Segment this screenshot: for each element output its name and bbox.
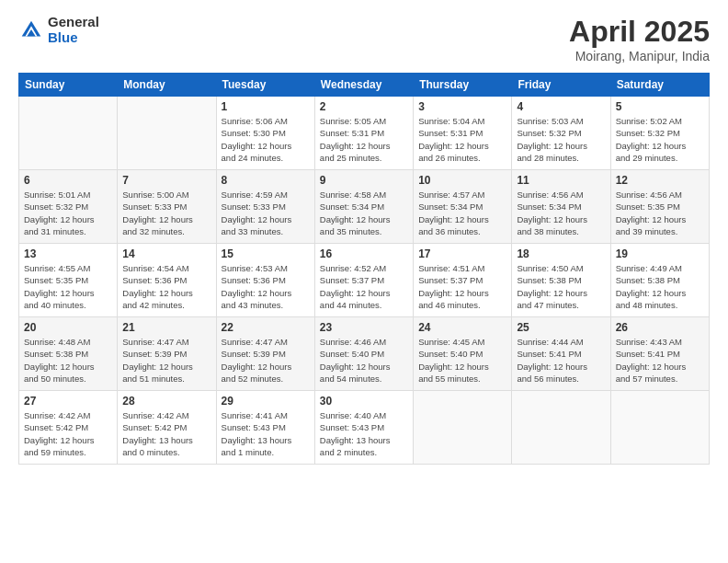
day-number: 19 [616,247,704,260]
calendar-cell: 15Sunrise: 4:53 AM Sunset: 5:36 PM Dayli… [216,244,314,317]
day-info: Sunrise: 4:42 AM Sunset: 5:42 PM Dayligh… [122,409,210,458]
day-info: Sunrise: 4:53 AM Sunset: 5:36 PM Dayligh… [222,262,310,311]
day-number: 15 [222,247,310,260]
title-block: April 2025 Moirang, Manipur, India [569,15,710,63]
day-info: Sunrise: 4:58 AM Sunset: 5:34 PM Dayligh… [320,189,408,237]
calendar-cell: 22Sunrise: 4:47 AM Sunset: 5:39 PM Dayli… [216,317,314,391]
day-number: 30 [320,395,408,408]
calendar-cell: 12Sunrise: 4:56 AM Sunset: 5:35 PM Dayli… [610,170,709,244]
day-number: 11 [517,174,605,187]
calendar-cell: 14Sunrise: 4:54 AM Sunset: 5:36 PM Dayli… [118,244,216,317]
calendar-cell: 11Sunrise: 4:56 AM Sunset: 5:34 PM Dayli… [512,170,610,244]
day-info: Sunrise: 4:44 AM Sunset: 5:41 PM Dayligh… [517,336,605,385]
day-number: 1 [222,100,310,113]
day-info: Sunrise: 4:59 AM Sunset: 5:33 PM Dayligh… [222,189,310,237]
month-title: April 2025 [569,15,710,49]
logo-icon [18,17,44,43]
day-number: 13 [24,247,112,260]
day-number: 6 [24,174,112,187]
calendar-cell: 4Sunrise: 5:03 AM Sunset: 5:32 PM Daylig… [512,97,610,170]
calendar-cell [19,97,118,170]
week-row-4: 20Sunrise: 4:48 AM Sunset: 5:38 PM Dayli… [19,317,710,391]
day-number: 27 [24,395,112,408]
day-number: 2 [320,100,408,113]
day-info: Sunrise: 4:40 AM Sunset: 5:43 PM Dayligh… [320,409,408,458]
week-row-2: 6Sunrise: 5:01 AM Sunset: 5:32 PM Daylig… [19,170,710,244]
day-number: 14 [122,247,210,260]
calendar-cell: 16Sunrise: 4:52 AM Sunset: 5:37 PM Dayli… [314,244,413,317]
page: General Blue April 2025 Moirang, Manipur… [0,0,728,563]
calendar-cell: 13Sunrise: 4:55 AM Sunset: 5:35 PM Dayli… [19,244,118,317]
day-number: 23 [320,321,408,334]
day-info: Sunrise: 5:01 AM Sunset: 5:32 PM Dayligh… [24,189,112,237]
day-number: 20 [24,321,112,334]
day-info: Sunrise: 4:56 AM Sunset: 5:35 PM Dayligh… [616,189,704,237]
calendar-cell: 18Sunrise: 4:50 AM Sunset: 5:38 PM Dayli… [512,244,610,317]
day-info: Sunrise: 4:45 AM Sunset: 5:40 PM Dayligh… [418,336,506,385]
calendar-cell: 8Sunrise: 4:59 AM Sunset: 5:33 PM Daylig… [216,170,314,244]
header: General Blue April 2025 Moirang, Manipur… [18,15,710,63]
calendar-cell [414,391,512,465]
calendar-cell [118,97,216,170]
calendar-cell: 7Sunrise: 5:00 AM Sunset: 5:33 PM Daylig… [118,170,216,244]
day-number: 26 [616,321,704,334]
calendar-cell: 23Sunrise: 4:46 AM Sunset: 5:40 PM Dayli… [314,317,413,391]
day-number: 5 [616,100,704,113]
calendar-cell: 24Sunrise: 4:45 AM Sunset: 5:40 PM Dayli… [414,317,512,391]
day-info: Sunrise: 4:46 AM Sunset: 5:40 PM Dayligh… [320,336,408,385]
day-info: Sunrise: 4:49 AM Sunset: 5:38 PM Dayligh… [616,262,704,311]
calendar-cell: 3Sunrise: 5:04 AM Sunset: 5:31 PM Daylig… [414,97,512,170]
day-info: Sunrise: 5:00 AM Sunset: 5:33 PM Dayligh… [122,189,210,237]
calendar: SundayMondayTuesdayWednesdayThursdayFrid… [18,73,710,465]
day-info: Sunrise: 4:47 AM Sunset: 5:39 PM Dayligh… [222,336,310,385]
day-header-tuesday: Tuesday [216,74,314,97]
day-info: Sunrise: 5:04 AM Sunset: 5:31 PM Dayligh… [418,115,506,164]
calendar-cell: 20Sunrise: 4:48 AM Sunset: 5:38 PM Dayli… [19,317,118,391]
day-info: Sunrise: 4:52 AM Sunset: 5:37 PM Dayligh… [320,262,408,311]
calendar-cell: 30Sunrise: 4:40 AM Sunset: 5:43 PM Dayli… [314,391,413,465]
day-number: 16 [320,247,408,260]
day-number: 18 [517,247,605,260]
calendar-cell: 21Sunrise: 4:47 AM Sunset: 5:39 PM Dayli… [118,317,216,391]
day-number: 10 [418,174,506,187]
calendar-cell: 6Sunrise: 5:01 AM Sunset: 5:32 PM Daylig… [19,170,118,244]
day-number: 7 [122,174,210,187]
calendar-cell: 10Sunrise: 4:57 AM Sunset: 5:34 PM Dayli… [414,170,512,244]
calendar-cell: 19Sunrise: 4:49 AM Sunset: 5:38 PM Dayli… [610,244,709,317]
calendar-cell: 2Sunrise: 5:05 AM Sunset: 5:31 PM Daylig… [314,97,413,170]
logo-general-text: General [48,15,99,30]
calendar-cell: 26Sunrise: 4:43 AM Sunset: 5:41 PM Dayli… [610,317,709,391]
day-number: 9 [320,174,408,187]
day-header-wednesday: Wednesday [314,74,413,97]
day-number: 4 [517,100,605,113]
day-info: Sunrise: 4:55 AM Sunset: 5:35 PM Dayligh… [24,262,112,311]
day-info: Sunrise: 4:51 AM Sunset: 5:37 PM Dayligh… [418,262,506,311]
day-header-sunday: Sunday [19,74,118,97]
calendar-cell: 9Sunrise: 4:58 AM Sunset: 5:34 PM Daylig… [314,170,413,244]
day-number: 21 [122,321,210,334]
day-info: Sunrise: 4:54 AM Sunset: 5:36 PM Dayligh… [122,262,210,311]
day-header-friday: Friday [512,74,610,97]
day-number: 25 [517,321,605,334]
header-row: SundayMondayTuesdayWednesdayThursdayFrid… [19,74,710,97]
day-info: Sunrise: 4:41 AM Sunset: 5:43 PM Dayligh… [222,409,310,458]
day-info: Sunrise: 4:48 AM Sunset: 5:38 PM Dayligh… [24,336,112,385]
day-number: 22 [222,321,310,334]
day-number: 3 [418,100,506,113]
day-number: 29 [222,395,310,408]
day-info: Sunrise: 4:47 AM Sunset: 5:39 PM Dayligh… [122,336,210,385]
day-number: 17 [418,247,506,260]
calendar-cell: 1Sunrise: 5:06 AM Sunset: 5:30 PM Daylig… [216,97,314,170]
calendar-cell: 17Sunrise: 4:51 AM Sunset: 5:37 PM Dayli… [414,244,512,317]
logo-blue-text: Blue [48,30,99,46]
day-info: Sunrise: 4:56 AM Sunset: 5:34 PM Dayligh… [517,189,605,237]
day-number: 28 [122,395,210,408]
day-header-thursday: Thursday [414,74,512,97]
day-number: 12 [616,174,704,187]
logo-text: General Blue [48,15,99,45]
calendar-cell: 25Sunrise: 4:44 AM Sunset: 5:41 PM Dayli… [512,317,610,391]
day-info: Sunrise: 4:43 AM Sunset: 5:41 PM Dayligh… [616,336,704,385]
day-info: Sunrise: 5:03 AM Sunset: 5:32 PM Dayligh… [517,115,605,164]
day-header-saturday: Saturday [610,74,709,97]
day-info: Sunrise: 4:42 AM Sunset: 5:42 PM Dayligh… [24,409,112,458]
